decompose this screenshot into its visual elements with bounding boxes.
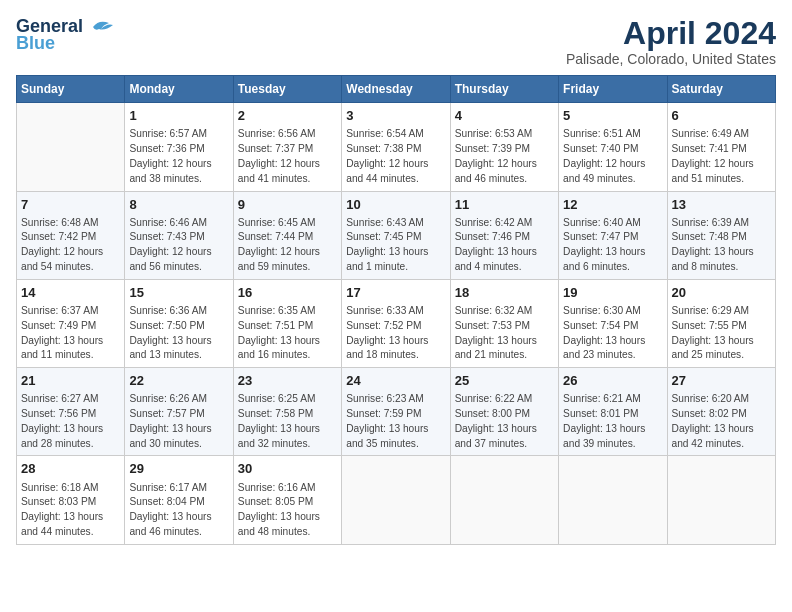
calendar-cell: 4Sunrise: 6:53 AM Sunset: 7:39 PM Daylig… <box>450 103 558 191</box>
calendar-cell: 24Sunrise: 6:23 AM Sunset: 7:59 PM Dayli… <box>342 368 450 456</box>
day-number: 10 <box>346 196 445 214</box>
day-info: Sunrise: 6:32 AM Sunset: 7:53 PM Dayligh… <box>455 304 554 363</box>
day-number: 15 <box>129 284 228 302</box>
day-number: 4 <box>455 107 554 125</box>
day-number: 14 <box>21 284 120 302</box>
day-number: 29 <box>129 460 228 478</box>
logo: General Blue <box>16 16 113 54</box>
day-info: Sunrise: 6:18 AM Sunset: 8:03 PM Dayligh… <box>21 481 120 540</box>
calendar-title: April 2024 <box>566 16 776 51</box>
header-day-wednesday: Wednesday <box>342 76 450 103</box>
day-number: 24 <box>346 372 445 390</box>
calendar-cell: 23Sunrise: 6:25 AM Sunset: 7:58 PM Dayli… <box>233 368 341 456</box>
day-number: 30 <box>238 460 337 478</box>
day-number: 23 <box>238 372 337 390</box>
day-number: 1 <box>129 107 228 125</box>
calendar-header-row: SundayMondayTuesdayWednesdayThursdayFrid… <box>17 76 776 103</box>
title-area: April 2024 Palisade, Colorado, United St… <box>566 16 776 67</box>
calendar-cell: 7Sunrise: 6:48 AM Sunset: 7:42 PM Daylig… <box>17 191 125 279</box>
day-number: 18 <box>455 284 554 302</box>
day-number: 8 <box>129 196 228 214</box>
calendar-cell: 26Sunrise: 6:21 AM Sunset: 8:01 PM Dayli… <box>559 368 667 456</box>
calendar-cell <box>17 103 125 191</box>
day-number: 25 <box>455 372 554 390</box>
day-info: Sunrise: 6:49 AM Sunset: 7:41 PM Dayligh… <box>672 127 771 186</box>
day-info: Sunrise: 6:23 AM Sunset: 7:59 PM Dayligh… <box>346 392 445 451</box>
day-info: Sunrise: 6:43 AM Sunset: 7:45 PM Dayligh… <box>346 216 445 275</box>
day-number: 6 <box>672 107 771 125</box>
day-number: 20 <box>672 284 771 302</box>
calendar-table: SundayMondayTuesdayWednesdayThursdayFrid… <box>16 75 776 545</box>
day-info: Sunrise: 6:33 AM Sunset: 7:52 PM Dayligh… <box>346 304 445 363</box>
calendar-week-1: 1Sunrise: 6:57 AM Sunset: 7:36 PM Daylig… <box>17 103 776 191</box>
calendar-cell <box>667 456 775 544</box>
day-info: Sunrise: 6:29 AM Sunset: 7:55 PM Dayligh… <box>672 304 771 363</box>
calendar-cell <box>342 456 450 544</box>
calendar-cell: 25Sunrise: 6:22 AM Sunset: 8:00 PM Dayli… <box>450 368 558 456</box>
day-number: 26 <box>563 372 662 390</box>
header-day-friday: Friday <box>559 76 667 103</box>
calendar-cell: 16Sunrise: 6:35 AM Sunset: 7:51 PM Dayli… <box>233 279 341 367</box>
header-day-thursday: Thursday <box>450 76 558 103</box>
calendar-cell: 9Sunrise: 6:45 AM Sunset: 7:44 PM Daylig… <box>233 191 341 279</box>
day-number: 17 <box>346 284 445 302</box>
day-number: 28 <box>21 460 120 478</box>
day-info: Sunrise: 6:21 AM Sunset: 8:01 PM Dayligh… <box>563 392 662 451</box>
logo-bird-icon <box>85 17 113 37</box>
day-info: Sunrise: 6:25 AM Sunset: 7:58 PM Dayligh… <box>238 392 337 451</box>
calendar-cell: 22Sunrise: 6:26 AM Sunset: 7:57 PM Dayli… <box>125 368 233 456</box>
day-number: 9 <box>238 196 337 214</box>
calendar-week-2: 7Sunrise: 6:48 AM Sunset: 7:42 PM Daylig… <box>17 191 776 279</box>
calendar-cell: 5Sunrise: 6:51 AM Sunset: 7:40 PM Daylig… <box>559 103 667 191</box>
calendar-week-5: 28Sunrise: 6:18 AM Sunset: 8:03 PM Dayli… <box>17 456 776 544</box>
calendar-cell: 30Sunrise: 6:16 AM Sunset: 8:05 PM Dayli… <box>233 456 341 544</box>
day-info: Sunrise: 6:42 AM Sunset: 7:46 PM Dayligh… <box>455 216 554 275</box>
day-info: Sunrise: 6:39 AM Sunset: 7:48 PM Dayligh… <box>672 216 771 275</box>
calendar-cell: 29Sunrise: 6:17 AM Sunset: 8:04 PM Dayli… <box>125 456 233 544</box>
day-info: Sunrise: 6:45 AM Sunset: 7:44 PM Dayligh… <box>238 216 337 275</box>
day-number: 7 <box>21 196 120 214</box>
calendar-cell: 27Sunrise: 6:20 AM Sunset: 8:02 PM Dayli… <box>667 368 775 456</box>
day-info: Sunrise: 6:51 AM Sunset: 7:40 PM Dayligh… <box>563 127 662 186</box>
calendar-cell: 15Sunrise: 6:36 AM Sunset: 7:50 PM Dayli… <box>125 279 233 367</box>
day-info: Sunrise: 6:48 AM Sunset: 7:42 PM Dayligh… <box>21 216 120 275</box>
calendar-cell: 14Sunrise: 6:37 AM Sunset: 7:49 PM Dayli… <box>17 279 125 367</box>
day-info: Sunrise: 6:27 AM Sunset: 7:56 PM Dayligh… <box>21 392 120 451</box>
header-day-saturday: Saturday <box>667 76 775 103</box>
day-number: 5 <box>563 107 662 125</box>
day-info: Sunrise: 6:35 AM Sunset: 7:51 PM Dayligh… <box>238 304 337 363</box>
calendar-cell: 19Sunrise: 6:30 AM Sunset: 7:54 PM Dayli… <box>559 279 667 367</box>
day-info: Sunrise: 6:56 AM Sunset: 7:37 PM Dayligh… <box>238 127 337 186</box>
day-info: Sunrise: 6:16 AM Sunset: 8:05 PM Dayligh… <box>238 481 337 540</box>
logo-blue: Blue <box>16 33 55 54</box>
calendar-cell: 21Sunrise: 6:27 AM Sunset: 7:56 PM Dayli… <box>17 368 125 456</box>
calendar-body: 1Sunrise: 6:57 AM Sunset: 7:36 PM Daylig… <box>17 103 776 545</box>
day-number: 27 <box>672 372 771 390</box>
day-info: Sunrise: 6:20 AM Sunset: 8:02 PM Dayligh… <box>672 392 771 451</box>
calendar-week-4: 21Sunrise: 6:27 AM Sunset: 7:56 PM Dayli… <box>17 368 776 456</box>
calendar-cell: 3Sunrise: 6:54 AM Sunset: 7:38 PM Daylig… <box>342 103 450 191</box>
calendar-cell: 6Sunrise: 6:49 AM Sunset: 7:41 PM Daylig… <box>667 103 775 191</box>
day-info: Sunrise: 6:54 AM Sunset: 7:38 PM Dayligh… <box>346 127 445 186</box>
calendar-subtitle: Palisade, Colorado, United States <box>566 51 776 67</box>
day-info: Sunrise: 6:17 AM Sunset: 8:04 PM Dayligh… <box>129 481 228 540</box>
calendar-cell <box>450 456 558 544</box>
day-number: 19 <box>563 284 662 302</box>
day-number: 12 <box>563 196 662 214</box>
calendar-cell <box>559 456 667 544</box>
calendar-cell: 10Sunrise: 6:43 AM Sunset: 7:45 PM Dayli… <box>342 191 450 279</box>
day-info: Sunrise: 6:22 AM Sunset: 8:00 PM Dayligh… <box>455 392 554 451</box>
calendar-cell: 20Sunrise: 6:29 AM Sunset: 7:55 PM Dayli… <box>667 279 775 367</box>
day-info: Sunrise: 6:57 AM Sunset: 7:36 PM Dayligh… <box>129 127 228 186</box>
calendar-week-3: 14Sunrise: 6:37 AM Sunset: 7:49 PM Dayli… <box>17 279 776 367</box>
day-number: 11 <box>455 196 554 214</box>
day-number: 22 <box>129 372 228 390</box>
header-day-monday: Monday <box>125 76 233 103</box>
day-info: Sunrise: 6:36 AM Sunset: 7:50 PM Dayligh… <box>129 304 228 363</box>
day-number: 13 <box>672 196 771 214</box>
calendar-cell: 11Sunrise: 6:42 AM Sunset: 7:46 PM Dayli… <box>450 191 558 279</box>
header: General Blue April 2024 Palisade, Colora… <box>16 16 776 67</box>
day-info: Sunrise: 6:26 AM Sunset: 7:57 PM Dayligh… <box>129 392 228 451</box>
day-info: Sunrise: 6:37 AM Sunset: 7:49 PM Dayligh… <box>21 304 120 363</box>
calendar-cell: 18Sunrise: 6:32 AM Sunset: 7:53 PM Dayli… <box>450 279 558 367</box>
